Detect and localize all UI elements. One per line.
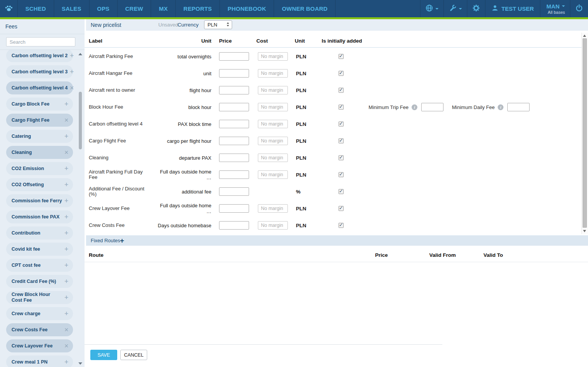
price-input[interactable] [219, 154, 249, 162]
search-input[interactable] [6, 37, 75, 46]
initially-added-checkbox[interactable]: ✓ [339, 189, 344, 194]
tools-menu[interactable] [443, 0, 467, 17]
fee-pill-catering[interactable]: Catering+ [6, 130, 73, 143]
initially-added-checkbox[interactable]: ✓ [339, 139, 344, 144]
cost-input[interactable] [258, 120, 288, 128]
plus-icon[interactable]: + [64, 230, 68, 236]
remove-icon[interactable]: × [64, 327, 68, 332]
remove-icon[interactable]: × [64, 343, 68, 349]
nav-item-crew[interactable]: CREW [118, 0, 151, 17]
plus-icon[interactable]: + [70, 53, 74, 58]
plus-icon[interactable]: + [64, 166, 68, 171]
initially-added-checkbox[interactable]: ✓ [339, 206, 344, 211]
plus-icon[interactable]: + [64, 198, 68, 203]
fee-pill-crew-charge[interactable]: Crew charge+ [6, 307, 73, 320]
plus-icon[interactable]: + [64, 263, 68, 268]
fee-pill-cargo-flight-fee[interactable]: Cargo Flight Fee× [6, 114, 73, 127]
fee-pill-contribution[interactable]: Contribution+ [6, 226, 73, 240]
info-icon[interactable]: i [412, 104, 417, 110]
scroll-down-icon[interactable] [583, 230, 586, 232]
fee-pill-commission-fee-ferry[interactable]: Commission fee Ferry+ [6, 194, 73, 207]
fee-pill-co2-offseting[interactable]: CO2 Offseting+ [6, 178, 73, 191]
add-route-button[interactable]: + [120, 235, 124, 246]
price-input[interactable] [219, 86, 249, 94]
fee-pill-crew-block-hour-cost-fee[interactable]: Crew Block Hour Cost Fee+ [6, 291, 73, 304]
fee-pill-commission-fee-pax[interactable]: Commission fee PAX+ [6, 210, 73, 223]
fee-pill-co2-emission[interactable]: CO2 Emission+ [6, 162, 73, 175]
scrollbar-thumb[interactable] [79, 92, 82, 149]
cost-input[interactable] [258, 52, 288, 61]
fee-pill-crew-meal-1-pn[interactable]: Crew meal 1 PN+ [6, 355, 73, 367]
initially-added-checkbox[interactable]: ✓ [339, 155, 344, 160]
plus-icon[interactable]: + [64, 311, 68, 316]
cost-input[interactable] [258, 69, 288, 78]
fee-pill-cargo-block-fee[interactable]: Cargo Block Fee+ [6, 98, 73, 111]
fee-pill-carbon-offsetting-level-4[interactable]: Carbon offsetting level 4× [6, 81, 73, 94]
app-logo[interactable] [0, 0, 18, 17]
remove-icon[interactable]: × [70, 85, 74, 91]
price-input[interactable] [219, 52, 249, 61]
fee-pill-carbon-offsetting-level-3[interactable]: Carbon offsetting level 3+ [6, 65, 73, 78]
nav-item-phonebook[interactable]: PHONEBOOK [220, 0, 274, 17]
minimum-trip-fee-input[interactable] [421, 103, 443, 111]
scroll-up-icon[interactable] [583, 35, 586, 37]
cost-input[interactable] [258, 221, 288, 230]
initially-added-checkbox[interactable]: ✓ [339, 122, 344, 127]
price-input[interactable] [219, 103, 249, 111]
cancel-button[interactable]: CANCEL [120, 350, 147, 360]
nav-item-reports[interactable]: REPORTS [176, 0, 220, 17]
scroll-down-icon[interactable] [78, 362, 82, 365]
currency-select[interactable]: PLN [204, 20, 232, 29]
base-selector[interactable]: MAN All bases [540, 0, 570, 17]
cost-input[interactable] [258, 137, 288, 145]
plus-icon[interactable]: + [64, 101, 68, 107]
plus-icon[interactable]: + [64, 359, 68, 365]
info-icon[interactable]: i [498, 104, 503, 110]
price-input[interactable] [219, 120, 249, 128]
price-input[interactable] [219, 187, 249, 196]
price-input[interactable] [219, 204, 249, 213]
cost-input[interactable] [258, 103, 288, 111]
scroll-up-icon[interactable] [78, 53, 82, 55]
remove-icon[interactable]: × [64, 117, 68, 123]
logout-button[interactable] [570, 0, 588, 17]
initially-added-checkbox[interactable]: ✓ [339, 71, 344, 76]
plus-icon[interactable]: + [70, 69, 74, 74]
language-menu[interactable] [420, 0, 443, 17]
initially-added-checkbox[interactable]: ✓ [339, 54, 344, 59]
price-input[interactable] [219, 137, 249, 145]
nav-item-mx[interactable]: MX [151, 0, 176, 17]
price-input[interactable] [219, 170, 249, 179]
nav-item-ops[interactable]: OPS [90, 0, 118, 17]
fee-pill-carbon-offsetting-level-2[interactable]: Carbon offsetting level 2+ [6, 50, 73, 62]
cost-input[interactable] [258, 86, 288, 94]
fee-pill-crew-costs-fee[interactable]: Crew Costs Fee× [6, 323, 73, 336]
price-input[interactable] [219, 69, 249, 78]
plus-icon[interactable]: + [64, 134, 68, 139]
cost-input[interactable] [258, 154, 288, 162]
nav-item-sales[interactable]: SALES [54, 0, 90, 17]
initially-added-checkbox[interactable]: ✓ [339, 105, 344, 110]
scrollbar-thumb[interactable] [583, 38, 587, 228]
user-menu[interactable]: TEST USER [485, 0, 540, 17]
initially-added-checkbox[interactable]: ✓ [339, 172, 344, 177]
initially-added-checkbox[interactable]: ✓ [339, 223, 344, 228]
initially-added-checkbox[interactable]: ✓ [339, 88, 344, 93]
plus-icon[interactable]: + [64, 182, 68, 187]
fee-pill-credit-card-fee[interactable]: Credit Card Fee (%)+ [6, 275, 73, 288]
nav-item-sched[interactable]: SCHED [18, 0, 54, 17]
plus-icon[interactable]: + [64, 214, 68, 220]
fee-pill-crew-layover-fee[interactable]: Crew Layover Fee× [6, 339, 73, 352]
remove-icon[interactable]: × [64, 150, 68, 155]
plus-icon[interactable]: + [64, 279, 68, 284]
nav-item-owner-board[interactable]: OWNER BOARD [274, 0, 336, 17]
settings-button[interactable] [467, 0, 485, 17]
plus-icon[interactable]: + [64, 246, 68, 252]
fee-pill-covid-kit-fee[interactable]: Covid kit fee+ [6, 243, 73, 256]
fee-pill-cpt-cost-fee[interactable]: CPT cost fee+ [6, 259, 73, 272]
cost-input[interactable] [258, 204, 288, 213]
price-input[interactable] [219, 221, 249, 230]
save-button[interactable]: SAVE [90, 350, 117, 360]
fee-pill-cleaning[interactable]: Cleaning× [6, 146, 73, 159]
plus-icon[interactable]: + [64, 295, 68, 300]
